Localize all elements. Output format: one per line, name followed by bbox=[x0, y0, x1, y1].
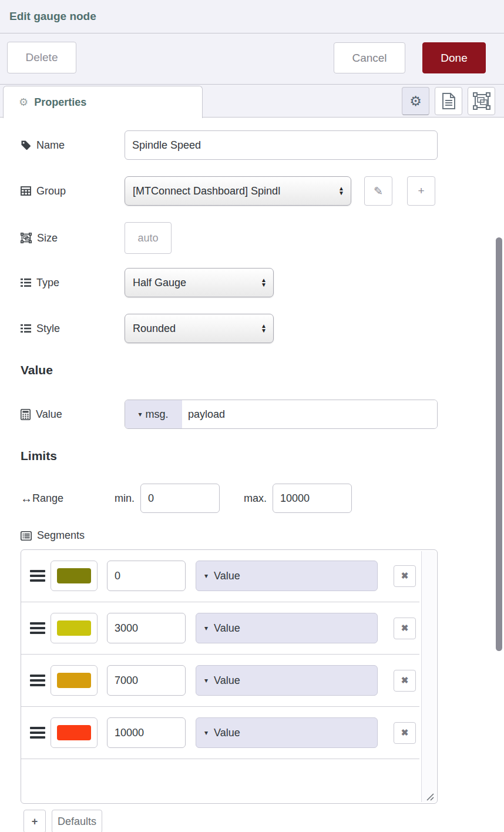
segment-row: ▾ Value ✖ bbox=[21, 707, 419, 759]
defaults-button[interactable]: Defaults bbox=[52, 810, 102, 832]
type-label-group: Type bbox=[21, 277, 125, 289]
segment-row: ▾ Value ✖ bbox=[21, 550, 419, 602]
table-icon bbox=[21, 186, 31, 196]
segments-list: ▾ Value ✖ ▾ Value ✖ bbox=[21, 549, 438, 804]
select-arrows-icon: ▲▼ bbox=[261, 278, 267, 287]
segment-delete-button[interactable]: ✖ bbox=[394, 722, 416, 744]
segment-color-swatch bbox=[57, 620, 91, 636]
drag-handle-icon[interactable] bbox=[30, 672, 45, 689]
caret-down-icon: ▾ bbox=[204, 729, 208, 737]
segment-type-select[interactable]: ▾ Value bbox=[196, 717, 378, 748]
plus-icon: + bbox=[418, 184, 424, 197]
drag-handle-icon[interactable] bbox=[30, 620, 45, 636]
style-select-value: Rounded bbox=[133, 323, 176, 335]
caret-down-icon: ▾ bbox=[204, 572, 208, 580]
segments-footer: + Defaults bbox=[23, 810, 504, 832]
segment-type-select[interactable]: ▾ Value bbox=[196, 613, 378, 643]
segment-value-input[interactable] bbox=[107, 561, 186, 591]
group-select-value: [MTConnect Dashboard] Spindl bbox=[133, 185, 280, 197]
properties-panel: Name Group [MTConnect Dashboard] Spindl … bbox=[0, 118, 504, 832]
style-label-group: Style bbox=[21, 323, 125, 335]
cancel-button[interactable]: Cancel bbox=[334, 42, 405, 73]
segment-color-swatch bbox=[57, 725, 91, 740]
dialog-toolbar: Delete Cancel Done bbox=[0, 33, 504, 85]
resize-handle[interactable] bbox=[425, 791, 434, 801]
caret-down-icon: ▾ bbox=[204, 624, 208, 632]
value-type-select[interactable]: ▾ msg. bbox=[125, 400, 182, 428]
segment-delete-button[interactable]: ✖ bbox=[394, 618, 416, 639]
segment-type-label: Value bbox=[214, 675, 240, 687]
gear-icon: ⚙ bbox=[409, 93, 422, 109]
segment-value-input[interactable] bbox=[107, 665, 186, 696]
type-select[interactable]: Half Gauge ▲▼ bbox=[125, 268, 274, 297]
segment-color-button[interactable] bbox=[51, 665, 98, 696]
group-label-group: Group bbox=[21, 185, 125, 197]
style-row: Style Rounded ▲▼ bbox=[21, 314, 504, 343]
segment-row: ▾ Value ✖ bbox=[21, 655, 419, 707]
segment-value-input[interactable] bbox=[107, 613, 186, 643]
add-segment-button[interactable]: + bbox=[23, 810, 46, 832]
range-min-input[interactable] bbox=[140, 484, 220, 513]
value-input[interactable] bbox=[182, 400, 437, 428]
size-auto-button[interactable]: auto bbox=[125, 222, 172, 254]
segment-value-input[interactable] bbox=[107, 717, 186, 748]
segment-delete-button[interactable]: ✖ bbox=[394, 565, 416, 587]
delete-button[interactable]: Delete bbox=[7, 42, 76, 73]
description-tab-button[interactable] bbox=[435, 87, 462, 115]
list-alt-icon bbox=[21, 531, 32, 541]
segment-color-button[interactable] bbox=[51, 613, 98, 643]
close-icon: ✖ bbox=[401, 727, 409, 738]
panel-scrollbar-thumb[interactable] bbox=[496, 237, 502, 651]
name-row: Name bbox=[21, 130, 504, 160]
type-label: Type bbox=[36, 277, 59, 289]
segment-type-select[interactable]: ▾ Value bbox=[196, 561, 378, 591]
tab-icon-buttons: ⚙ bbox=[402, 87, 495, 115]
document-icon bbox=[441, 92, 456, 110]
drag-handle-icon[interactable] bbox=[30, 568, 45, 584]
close-icon: ✖ bbox=[401, 623, 409, 633]
close-icon: ✖ bbox=[401, 675, 409, 686]
style-select[interactable]: Rounded ▲▼ bbox=[125, 314, 274, 343]
add-group-button[interactable]: + bbox=[407, 176, 435, 206]
size-label: Size bbox=[37, 232, 58, 244]
group-select[interactable]: [MTConnect Dashboard] Spindl ▲▼ bbox=[125, 176, 351, 206]
object-group-icon bbox=[21, 233, 32, 243]
pencil-icon: ✎ bbox=[374, 184, 383, 198]
segment-color-button[interactable] bbox=[51, 717, 98, 748]
name-input[interactable] bbox=[125, 130, 438, 160]
drag-handle-icon[interactable] bbox=[30, 724, 45, 741]
value-label-group: Value bbox=[21, 408, 125, 421]
tab-properties-label: Properties bbox=[34, 96, 86, 109]
appearance-tab-button[interactable] bbox=[468, 87, 495, 115]
segment-row: ▾ Value ✖ bbox=[21, 602, 419, 655]
segment-color-swatch bbox=[57, 673, 91, 688]
tab-properties[interactable]: ⚙ Properties bbox=[3, 86, 203, 118]
edit-group-button[interactable]: ✎ bbox=[364, 176, 392, 206]
segments-label-group: Segments bbox=[21, 529, 504, 542]
dialog-header: Edit gauge node bbox=[0, 0, 504, 33]
segment-color-button[interactable] bbox=[51, 561, 98, 591]
segment-type-label: Value bbox=[214, 570, 240, 582]
group-label: Group bbox=[36, 185, 66, 197]
gear-icon: ⚙ bbox=[19, 96, 28, 109]
name-label-group: Name bbox=[21, 139, 125, 152]
done-button[interactable]: Done bbox=[422, 42, 486, 73]
arrows-h-icon: ↔ bbox=[21, 492, 32, 505]
segment-color-swatch bbox=[57, 568, 91, 583]
size-row: Size auto bbox=[21, 222, 504, 254]
limits-section-heading: Limits bbox=[21, 449, 504, 463]
type-row: Type Half Gauge ▲▼ bbox=[21, 268, 504, 297]
range-max-input[interactable] bbox=[273, 484, 352, 513]
select-arrows-icon: ▲▼ bbox=[338, 186, 344, 196]
value-typed-input: ▾ msg. bbox=[125, 400, 438, 429]
properties-tab-button[interactable]: ⚙ bbox=[402, 87, 429, 115]
caret-down-icon: ▾ bbox=[204, 676, 208, 685]
segments-scrollbar-track[interactable] bbox=[421, 551, 436, 802]
group-row: Group [MTConnect Dashboard] Spindl ▲▼ ✎ … bbox=[21, 176, 504, 206]
tab-strip: ⚙ Properties ⚙ bbox=[0, 85, 504, 118]
tag-icon bbox=[21, 140, 31, 150]
segment-type-select[interactable]: ▾ Value bbox=[196, 665, 378, 696]
segment-delete-button[interactable]: ✖ bbox=[394, 670, 416, 692]
value-row: Value ▾ msg. bbox=[21, 400, 504, 429]
value-type-label: msg. bbox=[146, 408, 169, 421]
